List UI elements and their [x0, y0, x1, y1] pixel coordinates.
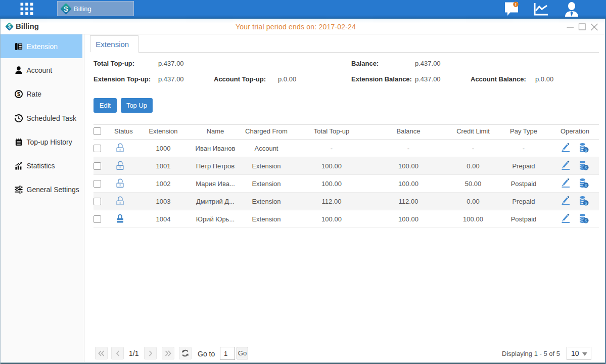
svg-text:$: $ [64, 4, 68, 13]
svg-text:!: ! [515, 2, 517, 7]
svg-text:$: $ [8, 23, 11, 29]
svg-text:$: $ [17, 91, 20, 97]
